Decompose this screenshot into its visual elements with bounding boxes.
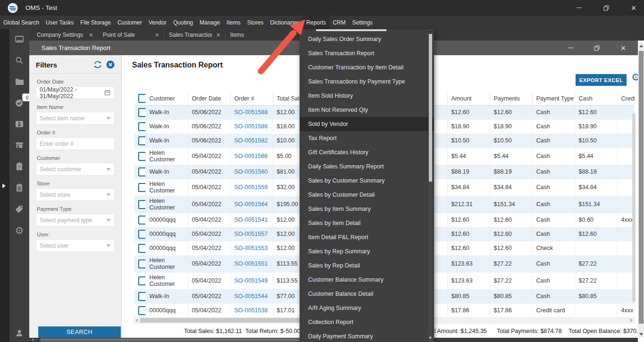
export-excel-button[interactable]: EXPORT EXCEL: [576, 74, 627, 86]
row-checkbox[interactable]: [138, 216, 145, 225]
refresh-icon[interactable]: [93, 60, 102, 69]
menubar-item-items[interactable]: Items: [223, 16, 243, 29]
menu-item-item-sold-history[interactable]: Item Sold History: [300, 89, 434, 103]
order-link[interactable]: SO-0051559: [234, 184, 268, 191]
tab-sales-transaction-re-[interactable]: Sales Transaction Re...×: [164, 29, 226, 41]
menubar-item-customer[interactable]: Customer: [114, 16, 145, 29]
tab-close-icon[interactable]: ×: [151, 31, 159, 39]
menu-item-customer-transaction-by-item-detail[interactable]: Customer Transaction by Item Detail: [300, 60, 434, 75]
filter-select-store[interactable]: Select store: [36, 188, 115, 201]
row-checkbox[interactable]: [138, 152, 145, 161]
filter-select-item-name[interactable]: Select item name: [36, 112, 115, 125]
row-checkbox[interactable]: [138, 200, 145, 209]
order-link[interactable]: SO-0051582: [234, 137, 268, 144]
minimize-icon[interactable]: [575, 4, 583, 12]
row-checkbox[interactable]: [138, 259, 145, 268]
filter-select-customer[interactable]: Select customer: [36, 163, 115, 175]
menubar-item-manage[interactable]: Manage: [196, 16, 223, 29]
order-link[interactable]: SO-0051549: [234, 277, 268, 284]
menu-item-sales-by-customer-summary[interactable]: Sales by Customer Summary: [300, 174, 434, 188]
menu-item-sales-by-customer-detail[interactable]: Sales by Customer Detail: [300, 188, 434, 202]
menubar-item-global-search[interactable]: Global Search: [0, 16, 42, 29]
close-icon[interactable]: ×: [630, 4, 637, 12]
menubar-item-stores[interactable]: Stores: [244, 16, 267, 29]
order-link[interactable]: SO-0051560: [234, 168, 268, 175]
menu-item-a-r-aging-summary[interactable]: A/R Aging Summary: [300, 301, 434, 315]
row-checkbox[interactable]: [138, 136, 145, 145]
menubar-item-quoting[interactable]: Quoting: [170, 16, 196, 29]
row-checkbox[interactable]: [138, 276, 145, 285]
column-header-payment-type[interactable]: Payment Type: [532, 92, 575, 106]
menu-item-customer-balance-summary[interactable]: Customer Balance Summary: [300, 273, 434, 287]
filter-select-payment-type[interactable]: Select payment type: [36, 214, 115, 226]
select-all-checkbox[interactable]: [138, 94, 145, 103]
menu-item-sales-transactions-by-payment-type[interactable]: Sales Transactions by Payment Type: [300, 75, 434, 89]
menu-scrollbar[interactable]: [428, 29, 432, 342]
menu-item-gift-certificates-history[interactable]: Gift Certificates History: [300, 145, 434, 159]
column-header-customer[interactable]: Customer: [145, 92, 188, 106]
window-close-icon[interactable]: ×: [619, 44, 627, 52]
menu-scroll-thumb[interactable]: [429, 34, 432, 182]
scroll-right-icon[interactable]: [630, 318, 633, 322]
scroll-down-icon[interactable]: [639, 333, 643, 335]
order-link[interactable]: SO-0051586: [234, 123, 268, 130]
scroll-up-icon[interactable]: [639, 45, 643, 47]
menu-item-sales-by-item-detail[interactable]: Sales by Item Detail: [300, 216, 434, 230]
sidebar-item-settings[interactable]: ⚙: [14, 225, 25, 235]
scroll-left-icon[interactable]: [135, 318, 138, 322]
column-header-cash[interactable]: Cash: [575, 92, 617, 106]
menubar-item-reports[interactable]: Reports: [303, 16, 329, 29]
menubar-item-file-storage[interactable]: File Storage: [77, 16, 114, 29]
order-link[interactable]: SO-0051553: [234, 245, 268, 251]
sidebar-item-tags[interactable]: [14, 204, 25, 214]
filter-input-order[interactable]: Enter order #: [36, 137, 115, 150]
tab-point-of-sale[interactable]: Point of Sale×: [98, 29, 164, 41]
tab-close-icon[interactable]: ×: [84, 31, 93, 39]
menubar-item-vendor[interactable]: Vendor: [145, 16, 170, 29]
window-vertical-scrollbar[interactable]: [638, 42, 644, 337]
expand-sidebar-icon[interactable]: [2, 184, 6, 188]
row-checkbox[interactable]: [138, 292, 145, 301]
filter-input-order-date[interactable]: 01/May/2022 - 31/May/2022: [36, 86, 115, 99]
table-vertical-scrollbar[interactable]: [632, 113, 636, 302]
menu-item-customer-balance-detail[interactable]: Customer Balance Detail: [300, 287, 434, 301]
menubar-item-dictionaries[interactable]: Dictionaries: [267, 16, 303, 29]
menu-item-collection-report[interactable]: Collection Report: [300, 315, 434, 329]
tab-close-icon[interactable]: ×: [212, 31, 220, 39]
column-header-order-date[interactable]: Order Date: [188, 92, 230, 106]
order-link[interactable]: SO-0051566: [234, 153, 268, 159]
restore-icon[interactable]: [602, 4, 610, 12]
sidebar-item-user[interactable]: [9, 324, 29, 342]
row-checkbox[interactable]: [138, 183, 145, 192]
menu-scroll-down-icon[interactable]: [429, 337, 432, 339]
menu-item-sales-by-rep-summary[interactable]: Sales by Rep Summary: [300, 244, 434, 259]
sidebar-item-file-storage[interactable]: [14, 76, 25, 87]
order-link[interactable]: SO-0051538: [234, 307, 268, 314]
row-checkbox[interactable]: [138, 108, 145, 117]
sidebar-item-approvals[interactable]: 0: [14, 98, 25, 108]
order-link[interactable]: SO-0051588: [234, 109, 268, 116]
menu-scroll-up-icon[interactable]: [429, 30, 432, 33]
window-minimize-icon[interactable]: [567, 44, 574, 52]
menu-item-daily-payment-summary[interactable]: Daily Payment Summary: [300, 329, 434, 342]
row-checkbox[interactable]: [138, 244, 145, 253]
column-header-credit-card[interactable]: Credit card: [617, 92, 635, 106]
order-link[interactable]: SO-0051544: [234, 293, 268, 300]
row-checkbox[interactable]: [138, 306, 145, 315]
menu-item-sales-transaction-report[interactable]: Sales Transaction Report: [300, 46, 434, 60]
sidebar-item-dashboard[interactable]: [14, 34, 25, 44]
tab-company-settings[interactable]: Company Settings×: [32, 29, 98, 41]
close-filters-icon[interactable]: [106, 60, 115, 69]
menubar-item-crm[interactable]: CRM: [329, 16, 349, 29]
menubar-item-user-tasks[interactable]: User Tasks: [42, 16, 77, 29]
menu-item-item-not-reserved-qty[interactable]: Item Not Reserved Qty: [300, 103, 434, 117]
row-checkbox[interactable]: [138, 122, 145, 131]
search-button[interactable]: SEARCH: [38, 326, 121, 338]
app-scroll-left-icon[interactable]: [32, 338, 33, 341]
menu-item-tax-report[interactable]: Tax Report: [300, 131, 434, 145]
menu-item-sold-by-vendor[interactable]: Sold by Vendor: [300, 117, 434, 131]
column-header-order-#[interactable]: Order #: [230, 92, 273, 106]
menu-item-daily-sales-order-summary[interactable]: Daily Sales Order Summary: [300, 32, 434, 46]
sidebar-item-inventory-question[interactable]: ?: [14, 161, 25, 172]
sidebar-item-customers[interactable]: [14, 119, 25, 129]
